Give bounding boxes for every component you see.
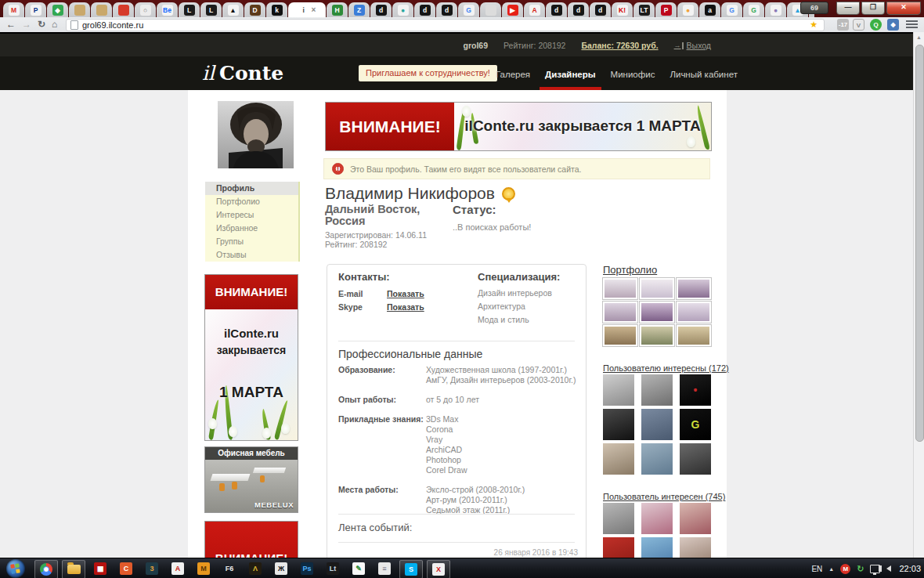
tab-d-app-2[interactable]: d <box>414 2 435 17</box>
taskbar-explorer[interactable] <box>62 560 85 578</box>
tab-behance[interactable]: Be <box>157 2 178 17</box>
tab-green-app[interactable]: ◆ <box>47 2 68 17</box>
taskbar-document-app[interactable]: ≡ <box>374 560 395 577</box>
scrollbar-thumb[interactable] <box>915 45 924 442</box>
sidebar-item-profile[interactable]: Профиль <box>205 182 298 195</box>
tab-purple-app[interactable]: ● <box>765 2 786 17</box>
tab-google[interactable]: G <box>458 2 479 17</box>
portfolio-thumbnail[interactable] <box>640 325 674 346</box>
balance-link[interactable]: Баланс: 72630 руб. <box>581 41 658 51</box>
tray-expand-icon[interactable]: ▲ <box>828 566 834 572</box>
taskbar-3ds-max[interactable]: 3 <box>141 560 163 577</box>
username[interactable]: grol69 <box>464 41 489 51</box>
page-scrollbar[interactable]: ▲ <box>913 32 924 558</box>
sync-icon[interactable]: ↻ <box>857 565 864 573</box>
profile-photo[interactable] <box>218 101 294 168</box>
portfolio-thumbnail[interactable] <box>603 302 637 323</box>
taskbar-f6-app[interactable]: F6 <box>218 560 240 577</box>
tab-k-exclaim-app[interactable]: K! <box>612 2 633 17</box>
tab-d-brown-app[interactable]: D <box>244 2 265 17</box>
gmail-notifier-icon[interactable]: M <box>840 564 850 574</box>
taskbar-figure-app[interactable]: Ж <box>270 560 292 577</box>
taskbar-green-pen-app[interactable]: ✎ <box>348 560 370 577</box>
user-avatar[interactable] <box>680 443 711 475</box>
minimize-button[interactable]: — <box>836 2 860 15</box>
portfolio-thumbnail[interactable] <box>603 325 637 346</box>
shield-extension-icon[interactable]: V <box>853 19 864 31</box>
invite-button[interactable]: Приглашаем к сотрудничеству! <box>359 65 497 81</box>
profile-badge-button[interactable]: 69 <box>800 2 828 14</box>
user-avatar[interactable] <box>641 537 673 558</box>
nav-item-cabinet[interactable]: Личный кабинет <box>670 69 738 90</box>
taskbar-red-x-app[interactable]: X <box>427 560 450 578</box>
tab-link-app[interactable]: ○ <box>135 2 156 17</box>
sidebar-item-favorites[interactable]: Избранное <box>205 222 298 235</box>
portfolio-thumbnail[interactable] <box>640 278 674 299</box>
taskbar-grid-red-app[interactable]: ▦ <box>89 560 111 577</box>
url-field[interactable]: grol69.ilconte.ru ★ <box>66 19 825 31</box>
taskbar-skype[interactable]: S <box>399 560 423 578</box>
user-avatar[interactable] <box>603 443 634 475</box>
tab-z-blue-app[interactable]: Z <box>348 2 370 17</box>
adblock-extension-icon[interactable]: -17 <box>837 19 849 31</box>
tab-d-app-4[interactable]: d <box>546 2 567 17</box>
tab-triangle-app[interactable]: ▲ <box>222 2 244 17</box>
taskbar-m-orange-app[interactable]: M <box>193 560 215 577</box>
close-button[interactable]: ✕ <box>886 2 921 15</box>
sidebar-ad-attention[interactable]: ВНИМАНИЕ! <box>204 521 298 558</box>
tab-l-app-2[interactable]: L <box>200 2 222 17</box>
user-avatar[interactable]: • <box>680 374 711 406</box>
tab-paypal[interactable]: P <box>25 2 46 17</box>
blue-extension-icon[interactable]: ◆ <box>887 19 899 31</box>
user-avatar[interactable] <box>603 537 634 558</box>
user-avatar[interactable] <box>641 503 673 534</box>
taskbar-chrome[interactable] <box>34 560 58 578</box>
tab-google-3[interactable]: G <box>743 2 764 17</box>
tab-l-app[interactable]: L <box>179 2 200 17</box>
contact-show-link[interactable]: Показать <box>387 302 424 312</box>
scroll-up-icon[interactable]: ▲ <box>916 34 922 40</box>
sidebar-item-interests[interactable]: Интересы <box>205 208 298 222</box>
tab-lt-app[interactable]: LT <box>633 2 655 17</box>
browser-menu-icon[interactable] <box>906 20 918 22</box>
portfolio-thumbnail[interactable] <box>677 278 711 299</box>
tab-gmail[interactable]: M <box>3 2 24 17</box>
user-avatar[interactable] <box>603 374 634 406</box>
interests-link[interactable]: Пользователю интересны (172) <box>603 363 729 373</box>
tab-h-green-app[interactable]: H <box>327 2 348 17</box>
tab-ilconte[interactable]: i× <box>288 2 326 17</box>
nav-item-minioffice[interactable]: Миниофис <box>611 69 655 90</box>
user-avatar[interactable] <box>641 443 673 475</box>
tab-d-app[interactable]: d <box>370 2 392 17</box>
nav-item-designers[interactable]: Дизайнеры <box>545 69 595 90</box>
closing-banner[interactable]: ВНИМАНИЕ! ilConte.ru закрывается 1 МАРТА <box>325 102 712 151</box>
user-avatar[interactable] <box>680 503 711 534</box>
portfolio-thumbnail[interactable] <box>603 278 637 299</box>
tab-close-icon[interactable]: × <box>312 6 316 14</box>
sidebar-item-reviews[interactable]: Отзывы <box>205 248 298 262</box>
interested-link[interactable]: Пользователь интересен (745) <box>603 492 725 501</box>
tab-d-app-3[interactable]: d <box>436 2 457 17</box>
portfolio-thumbnail[interactable] <box>677 325 711 346</box>
sidebar-item-portfolio[interactable]: Портфолио <box>205 195 298 208</box>
home-button[interactable]: ⌂ <box>52 18 57 31</box>
reload-button[interactable]: ↻ <box>38 18 45 31</box>
forward-button[interactable]: → <box>22 18 31 31</box>
tab-k-app[interactable]: k <box>266 2 287 17</box>
contact-show-link[interactable]: Показать <box>387 289 424 298</box>
portfolio-thumbnail[interactable] <box>640 302 674 323</box>
user-avatar[interactable] <box>680 537 711 558</box>
tab-google-2[interactable]: G <box>721 2 742 17</box>
sidebar-item-groups[interactable]: Группы <box>205 235 298 248</box>
tab-cat-app[interactable] <box>69 2 90 17</box>
tab-a-red-app[interactable]: A <box>524 2 545 17</box>
user-avatar[interactable] <box>641 374 673 406</box>
tab-red-app[interactable] <box>113 2 134 17</box>
sidebar-ad-closing[interactable]: ВНИМАНИЕ! ilConte.ru закрывается 1 МАРТА <box>204 274 298 441</box>
maximize-button[interactable]: ❐ <box>861 2 885 15</box>
clock[interactable]: 22:03 <box>899 564 921 573</box>
logout-link[interactable]: →Выход <box>674 41 711 51</box>
back-button[interactable]: ← <box>6 18 16 31</box>
green-extension-icon[interactable]: Q <box>870 19 882 31</box>
start-button[interactable] <box>6 559 25 578</box>
